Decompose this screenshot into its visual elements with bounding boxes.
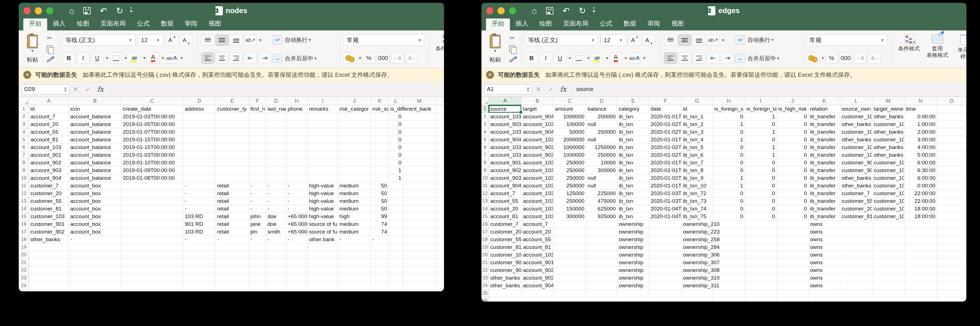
cell-G2[interactable]: [266, 113, 286, 121]
percent-style-button[interactable]: %: [825, 52, 838, 64]
merge-center-button[interactable]: 合并后居中: [735, 51, 799, 66]
cell-N11[interactable]: [436, 182, 444, 190]
cell-O24[interactable]: [937, 282, 966, 289]
cell-N7[interactable]: [436, 151, 444, 159]
cell-J14[interactable]: 0: [777, 205, 808, 213]
cell-I18[interactable]: other bank: [307, 236, 338, 243]
cell-C12[interactable]: 125000: [554, 190, 586, 197]
cell-J24[interactable]: [338, 282, 371, 289]
increase-indent-button[interactable]: [721, 52, 734, 64]
cell-L17[interactable]: [389, 228, 403, 236]
cell-K7[interactable]: ib_transfer: [808, 151, 840, 159]
cell-I5[interactable]: [307, 136, 338, 144]
cell-H21[interactable]: [286, 259, 307, 267]
cell-C13[interactable]: [121, 197, 183, 205]
cell-D10[interactable]: [183, 174, 216, 182]
cell-G21[interactable]: ownership_307: [682, 259, 713, 267]
cell-I13[interactable]: high-value: [307, 197, 338, 205]
cell-M14[interactable]: customer_103: [872, 205, 904, 213]
cell-D1[interactable]: balance: [586, 105, 617, 113]
cell-H15[interactable]: 0: [713, 213, 745, 221]
row-header-2[interactable]: 2: [482, 113, 489, 121]
cell-C7[interactable]: 1000000: [554, 151, 586, 159]
cell-D4[interactable]: 250000: [586, 128, 617, 136]
cell-N1[interactable]: [436, 105, 444, 113]
cell-E5[interactable]: ib_txn: [617, 136, 649, 144]
cell-C22[interactable]: [121, 267, 183, 274]
row-header-21[interactable]: 21: [19, 259, 29, 267]
cell-J7[interactable]: [338, 151, 371, 159]
cell-E9[interactable]: [216, 167, 249, 174]
cell-E3[interactable]: ib_txn: [617, 121, 649, 128]
cell-N3[interactable]: 1:00:00: [904, 121, 937, 128]
decrease-font-button[interactable]: A▼: [180, 34, 193, 46]
cell-I11[interactable]: 0: [745, 182, 777, 190]
customize-toolbar-icon[interactable]: [593, 8, 595, 14]
cell-C15[interactable]: [121, 213, 183, 221]
cell-C5[interactable]: 2000000: [554, 136, 586, 144]
row-header-10[interactable]: 10: [482, 174, 489, 182]
cell-G24[interactable]: [266, 282, 286, 289]
cell-L5[interactable]: other_banks: [840, 136, 872, 144]
cell-F17[interactable]: jim: [249, 228, 266, 236]
cell-D18[interactable]: -: [183, 236, 216, 243]
cell-C14[interactable]: [121, 205, 183, 213]
row-header-2[interactable]: 2: [19, 113, 29, 121]
cell-O26[interactable]: [937, 297, 966, 302]
cell-A13[interactable]: account_55: [489, 197, 522, 205]
cell-K21[interactable]: [371, 259, 389, 267]
cell-G3[interactable]: [266, 121, 286, 128]
column-header-A[interactable]: A: [29, 97, 69, 105]
cell-F1[interactable]: first_n: [249, 105, 266, 113]
column-header-N[interactable]: N: [436, 97, 444, 105]
cell-D19[interactable]: [586, 243, 617, 251]
cell-L6[interactable]: 0: [389, 144, 403, 151]
cell-H24[interactable]: [286, 282, 307, 289]
formula-input[interactable]: source: [576, 86, 593, 93]
cell-D14[interactable]: 625000: [586, 205, 617, 213]
tab-data[interactable]: 数据: [155, 18, 179, 30]
cell-L16[interactable]: [389, 221, 403, 228]
cell-K18[interactable]: -: [371, 236, 389, 243]
cell-M7[interactable]: other_banks: [872, 151, 904, 159]
paste-button[interactable]: 粘贴: [484, 33, 506, 66]
cut-button[interactable]: [506, 33, 518, 43]
cell-G23[interactable]: [266, 274, 286, 282]
cell-C6[interactable]: 2019-01-15T00:00:00: [121, 144, 183, 151]
cell-K19[interactable]: owns: [808, 243, 840, 251]
cell-I20[interactable]: [307, 251, 338, 259]
cell-C11[interactable]: [121, 182, 183, 190]
cell-E13[interactable]: ib_txn: [617, 197, 649, 205]
title-bar[interactable]: edges: [482, 3, 966, 19]
cell-K12[interactable]: ib_transfer: [808, 190, 840, 197]
cell-B11[interactable]: account_box: [69, 182, 121, 190]
cell-I2[interactable]: [307, 113, 338, 121]
cell-I24[interactable]: [307, 282, 338, 289]
cell-N24[interactable]: [436, 282, 444, 289]
cell-J4[interactable]: [338, 128, 371, 136]
column-header-F[interactable]: F: [249, 97, 266, 105]
align-middle-button[interactable]: [678, 34, 691, 46]
row-header-4[interactable]: 4: [482, 128, 489, 136]
cell-N26[interactable]: [904, 297, 937, 302]
row-header-23[interactable]: 23: [482, 274, 489, 282]
row-header-11[interactable]: 11: [19, 182, 29, 190]
cell-N13[interactable]: [436, 197, 444, 205]
cell-K23[interactable]: owns: [808, 274, 840, 282]
cell-B23[interactable]: [69, 274, 121, 282]
cell-A8[interactable]: account_902: [29, 159, 69, 167]
cell-B13[interactable]: account_box: [69, 197, 121, 205]
cell-N8[interactable]: 6:00:00: [904, 159, 937, 167]
cell-C21[interactable]: [554, 259, 586, 267]
cell-H2[interactable]: 0: [713, 113, 745, 121]
cell-B10[interactable]: account_103: [522, 174, 554, 182]
cell-D23[interactable]: [183, 274, 216, 282]
cell-A17[interactable]: customer_902: [29, 228, 69, 236]
row-header-15[interactable]: 15: [19, 213, 29, 221]
cell-L9[interactable]: 1: [389, 167, 403, 174]
cell-E23[interactable]: [216, 274, 249, 282]
row-header-3[interactable]: 3: [482, 121, 489, 128]
cell-D11[interactable]: -: [183, 182, 216, 190]
cut-button[interactable]: [44, 33, 55, 43]
cell-B21[interactable]: account_901: [522, 259, 554, 267]
